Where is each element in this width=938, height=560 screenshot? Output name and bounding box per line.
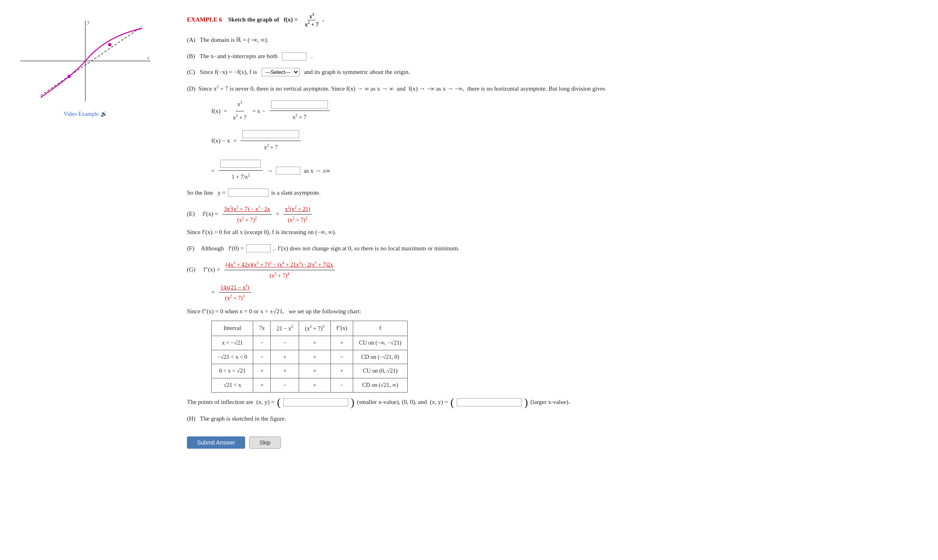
video-example-link[interactable]: Video Example 🔊 [63, 111, 107, 117]
section-f-post: , f′(x) does not change sign at 0, so th… [273, 243, 460, 254]
example-title: EXAMPLE 6 Sketch the graph of f(x) = x3 … [187, 12, 910, 28]
skip-button[interactable]: Skip [249, 436, 280, 449]
as-text: as x → ±∞ [304, 164, 330, 178]
submit-button[interactable]: Submit Answer [187, 436, 245, 449]
fprime-label: f′(x) = [203, 209, 218, 219]
slant-post: is a slant asymptote. [271, 188, 321, 198]
slant-input[interactable] [228, 189, 269, 197]
fx-label1: f(x) [211, 104, 221, 118]
svg-point-6 [67, 75, 71, 78]
main-numerator: x3 [308, 12, 316, 20]
section-a-label: (A) [187, 37, 195, 43]
bottom-buttons: Submit Answer Skip [187, 436, 910, 449]
col-f: f [353, 321, 407, 336]
sketch-text: Sketch the graph of [228, 16, 279, 23]
section-h-label: (H) [187, 415, 195, 422]
speaker-icon: 🔊 [100, 111, 107, 117]
section-h-text: The graph is sketched in the figure. [200, 415, 286, 422]
table-row: √21 < x + − + − CD on (√21, ∞) [212, 378, 408, 393]
division-block1: f(x) = x3 x2 + 7 = x − x2 + 7 [211, 98, 910, 124]
section-f: (F) Although f′(0) = , f′(x) does not ch… [187, 243, 910, 254]
section-g: (G) f″(x) = (4x3 + 42x)(x2 + 7)2 − (x4 +… [187, 259, 910, 408]
section-b-post: . [311, 53, 313, 59]
inflection-pre: The points of inflection are (x, y) = [187, 397, 274, 408]
col-fprimeprime: f″(x) [330, 321, 353, 336]
section-a-text: The domain is ℝ = (−∞, ∞). [200, 37, 269, 43]
section-f-label: (F) [187, 243, 194, 254]
section-b: (B) The x- and y-intercepts are both . [187, 51, 910, 62]
slant-line: So the line y = is a slant asymptote. [187, 188, 910, 198]
division-box2[interactable] [242, 130, 299, 138]
section-b-label: (B) [187, 53, 195, 59]
func-label: f(x) = [284, 16, 298, 23]
section-g-label: (G) [187, 265, 195, 275]
svg-text:x: x [147, 54, 150, 61]
main-fraction: x3 x2 + 7 [303, 12, 320, 28]
inflection-input1[interactable] [283, 398, 348, 406]
intercepts-input[interactable] [282, 52, 306, 61]
section-d-text1: (D) Since x2 + 7 is never 0, there is no… [187, 83, 910, 94]
section-e: (E) f′(x) = 3x2(x2 + 7) − x3 · 2x (x2 + … [187, 204, 910, 237]
table-row: x < −√21 − − + + CU on (−∞, −√21) [212, 336, 408, 350]
section-e-label: (E) [187, 209, 195, 219]
division-block3: = 1 + 7/x2 → as x → ±∞ [211, 158, 910, 183]
inflection-post: (larger x-value). [530, 397, 570, 408]
col-7x: 7x [253, 321, 271, 336]
fprime-zero-input[interactable] [246, 244, 271, 252]
col-interval: Interval [212, 321, 253, 336]
section-h: (H) The graph is sketched in the figure. [187, 414, 910, 424]
left-panel: y x Video Example 🔊 [0, 0, 171, 560]
main-denominator: x2 + 7 [303, 20, 320, 28]
fx-minus-x: f(x) − x [211, 134, 230, 148]
section-c-post: and its graph is symmetric about the ori… [304, 69, 410, 75]
section-f-pre: Although f′(0) = [201, 243, 244, 254]
slant-pre: So the line y = [187, 188, 226, 198]
section-b-pre: The x- and y-intercepts are both [200, 53, 278, 59]
section-a: (A) The domain is ℝ = (−∞, ∞). [187, 35, 910, 46]
video-label: Video Example [63, 111, 99, 117]
symmetry-select[interactable]: ---Select--- odd even [262, 68, 300, 76]
inflection-row: The points of inflection are (x, y) = ( … [187, 397, 910, 408]
graph-canvas: y x [16, 16, 154, 106]
right-panel: EXAMPLE 6 Sketch the graph of f(x) = x3 … [171, 0, 935, 560]
chart-table: Interval 7x 21 − x2 (x2 + 7)3 f″(x) f x … [211, 321, 408, 393]
col-x2p7: (x2 + 7)3 [299, 321, 330, 336]
division-box4[interactable] [276, 167, 300, 175]
division-box1[interactable] [271, 100, 328, 109]
inflection-input2[interactable] [457, 398, 522, 406]
table-row: −√21 < x < 0 − + + − CD on (−√21, 0) [212, 350, 408, 364]
svg-point-5 [108, 43, 111, 46]
section-c-label: (C) [187, 69, 195, 75]
section-c: (C) Since f(−x) = −f(x), f is ---Select-… [187, 67, 910, 78]
section-d: (D) Since x2 + 7 is never 0, there is no… [187, 83, 910, 198]
section-e-text2: Since f′(x) > 0 for all x (except 0), f … [187, 227, 910, 238]
table-row: 0 < x < √21 + + + + CU on (0, √21) [212, 364, 408, 378]
section-c-pre: Since f(−x) = −f(x), f is [200, 69, 257, 75]
section-g-text2: Since f″(x) = 0 when x = 0 or x = ±√21, … [187, 306, 910, 317]
svg-text:y: y [87, 19, 90, 25]
inflection-mid: (smaller x-value), (0, 0), and (x, y) = [357, 397, 448, 408]
example-label: EXAMPLE 6 [187, 16, 222, 23]
division-box3[interactable] [220, 160, 261, 168]
division-block2: f(x) − x = x2 + 7 [211, 128, 910, 154]
col-21mx2: 21 − x2 [271, 321, 299, 336]
